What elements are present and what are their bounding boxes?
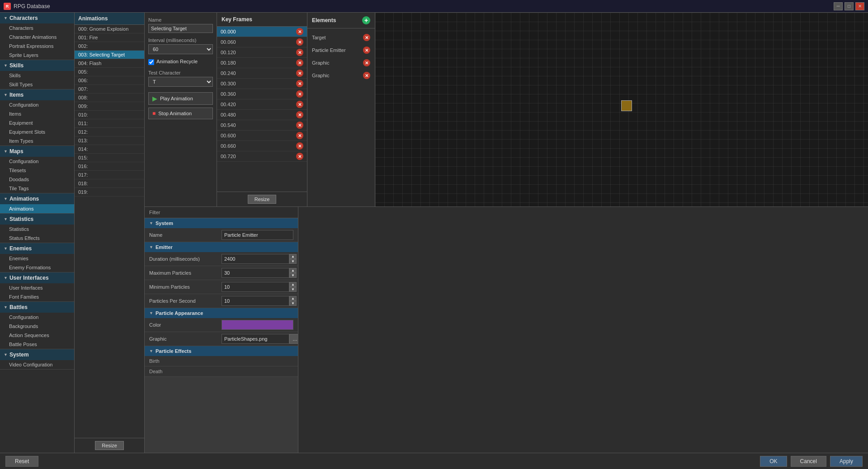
anim-item-003[interactable]: 003: Selecting Target [75, 51, 144, 59]
anim-item-015[interactable]: 015: [75, 154, 144, 162]
color-swatch[interactable] [222, 320, 293, 330]
sidebar-item-tile-tags[interactable]: Tile Tags [0, 184, 74, 193]
anim-item-005[interactable]: 005: [75, 68, 144, 76]
kf-item-2[interactable]: 00.120 ✕ [217, 47, 307, 58]
ok-button[interactable]: OK [760, 456, 787, 467]
kf-item-9[interactable]: 00.540 ✕ [217, 120, 307, 131]
anim-item-006[interactable]: 006: [75, 76, 144, 85]
sidebar-item-character-animations[interactable]: Character Animations [0, 33, 74, 42]
sidebar-item-tilesets[interactable]: Tilesets [0, 166, 74, 175]
sidebar-item-animations[interactable]: Animations [0, 204, 74, 213]
kf-item-11[interactable]: 00.660 ✕ [217, 141, 307, 151]
sidebar-group-header-ui[interactable]: ▼ User Interfaces [0, 272, 74, 283]
kf-item-10[interactable]: 00.600 ✕ [217, 131, 307, 141]
prop-input-min-particles[interactable] [222, 282, 289, 292]
sidebar-item-portrait-expressions[interactable]: Portrait Expressions [0, 42, 74, 51]
sidebar-group-header-system[interactable]: ▼ System [0, 349, 74, 360]
animation-recycle-checkbox[interactable] [148, 59, 154, 65]
sidebar-item-equipment[interactable]: Equipment [0, 118, 74, 127]
sidebar-item-equipment-slots[interactable]: Equipment Slots [0, 127, 74, 136]
name-input[interactable] [148, 24, 213, 33]
kf-item-6[interactable]: 00.360 ✕ [217, 89, 307, 99]
sidebar-group-header-statistics[interactable]: ▼ Statistics [0, 214, 74, 225]
spinner-down-min-particles[interactable]: ▼ [289, 287, 297, 292]
kf-remove-5[interactable]: ✕ [296, 80, 303, 87]
anim-item-019[interactable]: 019: [75, 188, 144, 197]
cancel-button[interactable]: Cancel [791, 456, 826, 467]
kf-remove-3[interactable]: ✕ [296, 59, 303, 66]
kf-item-5[interactable]: 00.300 ✕ [217, 79, 307, 89]
sidebar-group-header-characters[interactable]: ▼ Characters [0, 13, 74, 23]
reset-button[interactable]: Reset [5, 456, 38, 467]
anim-item-016[interactable]: 016: [75, 162, 144, 171]
sidebar-item-battle-poses[interactable]: Battle Poses [0, 340, 74, 349]
anim-item-000[interactable]: 000: Gnome Explosion [75, 25, 144, 33]
sidebar-item-maps-config[interactable]: Configuration [0, 157, 74, 166]
elem-item-particle-emitter[interactable]: Particle Emitter ✕ [310, 45, 372, 56]
sidebar-item-statistics[interactable]: Statistics [0, 225, 74, 234]
kf-item-4[interactable]: 00.240 ✕ [217, 68, 307, 79]
play-animation-button[interactable]: ▶ Play Animation [148, 92, 213, 105]
sidebar-item-skills[interactable]: Skills [0, 71, 74, 80]
prop-input-graphic[interactable] [222, 334, 289, 344]
sidebar-group-header-enemies[interactable]: ▼ Enemies [0, 243, 74, 254]
kf-item-7[interactable]: 00.420 ✕ [217, 99, 307, 110]
elem-remove-particle-emitter[interactable]: ✕ [363, 47, 370, 54]
kf-item-0[interactable]: 00.000 ✕ [217, 27, 307, 37]
sidebar-group-header-battles[interactable]: ▼ Battles [0, 302, 74, 313]
spinner-down-particles-per-second[interactable]: ▼ [289, 301, 297, 306]
anim-item-014[interactable]: 014: [75, 145, 144, 154]
kf-remove-0[interactable]: ✕ [296, 28, 303, 35]
apply-button[interactable]: Apply [830, 456, 863, 467]
kf-remove-12[interactable]: ✕ [296, 153, 303, 160]
prop-input-max-particles[interactable] [222, 268, 289, 278]
anim-item-018[interactable]: 018: [75, 179, 144, 188]
sidebar-item-video-config[interactable]: Video Configuration [0, 360, 74, 369]
prop-input-duration[interactable] [222, 254, 289, 264]
sidebar-group-header-maps[interactable]: ▼ Maps [0, 146, 74, 157]
sidebar-item-backgrounds[interactable]: Backgrounds [0, 322, 74, 331]
prop-file-browse-button[interactable]: … [289, 334, 298, 344]
anim-item-012[interactable]: 012: [75, 128, 144, 136]
sidebar-item-battles-config[interactable]: Configuration [0, 313, 74, 322]
effects-section-header[interactable]: ▼ Particle Effects [145, 346, 298, 356]
sidebar-item-enemies[interactable]: Enemies [0, 254, 74, 263]
kf-remove-1[interactable]: ✕ [296, 38, 303, 46]
anim-list-resize-button[interactable]: Resize [95, 441, 124, 450]
birth-subsection[interactable]: Birth [145, 356, 298, 366]
anim-item-011[interactable]: 011: [75, 119, 144, 128]
elem-remove-target[interactable]: ✕ [363, 34, 370, 41]
elem-remove-graphic-2[interactable]: ✕ [363, 72, 370, 79]
kf-remove-6[interactable]: ✕ [296, 90, 303, 98]
anim-item-010[interactable]: 010: [75, 111, 144, 119]
sidebar-item-item-types[interactable]: Item Types [0, 136, 74, 145]
spinner-up-max-particles[interactable]: ▲ [289, 268, 297, 273]
sidebar-item-status-effects[interactable]: Status Effects [0, 234, 74, 243]
sidebar-item-items[interactable]: Items [0, 109, 74, 118]
anim-item-017[interactable]: 017: [75, 171, 144, 179]
emitter-section-header[interactable]: ▼ Emitter [145, 242, 298, 252]
kf-item-12[interactable]: 00.720 ✕ [217, 151, 307, 162]
spinner-up-particles-per-second[interactable]: ▲ [289, 296, 297, 301]
kf-remove-7[interactable]: ✕ [296, 101, 303, 108]
close-button[interactable]: ✕ [855, 2, 864, 10]
sidebar-group-header-items[interactable]: ▼ Items [0, 89, 74, 100]
kf-remove-9[interactable]: ✕ [296, 122, 303, 129]
anim-item-004[interactable]: 004: Flash [75, 59, 144, 68]
kf-item-3[interactable]: 00.180 ✕ [217, 58, 307, 68]
minimize-button[interactable]: ─ [834, 2, 843, 10]
sidebar-item-action-sequences[interactable]: Action Sequences [0, 331, 74, 340]
kf-remove-8[interactable]: ✕ [296, 111, 303, 118]
anim-item-008[interactable]: 008: [75, 94, 144, 102]
sidebar-item-items-config[interactable]: Configuration [0, 100, 74, 109]
elem-remove-graphic-1[interactable]: ✕ [363, 59, 370, 66]
maximize-button[interactable]: □ [844, 2, 854, 10]
sidebar-item-font-families[interactable]: Font Families [0, 292, 74, 301]
kf-remove-2[interactable]: ✕ [296, 49, 303, 56]
sidebar-item-sprite-layers[interactable]: Sprite Layers [0, 51, 74, 60]
prop-input-particles-per-second[interactable] [222, 296, 289, 306]
death-subsection[interactable]: Death [145, 366, 298, 377]
elem-item-graphic-2[interactable]: Graphic ✕ [310, 70, 372, 81]
sidebar-group-header-skills[interactable]: ▼ Skills [0, 60, 74, 71]
kf-item-1[interactable]: 00.060 ✕ [217, 37, 307, 47]
